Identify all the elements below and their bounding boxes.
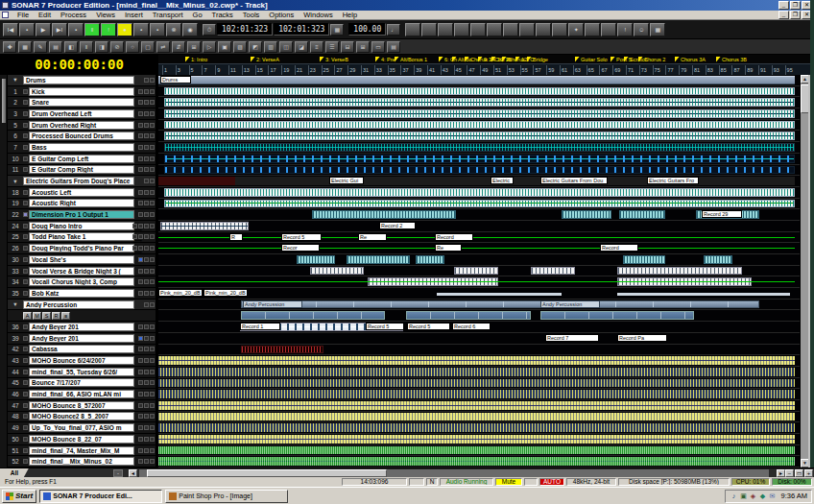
track-row[interactable]: 11E Guitar Comp Right	[8, 165, 156, 177]
mute-button[interactable]	[138, 145, 143, 150]
toolbar-button[interactable]	[585, 23, 600, 36]
clip-row[interactable]: Record 7Record Pa	[158, 333, 800, 345]
audio-clip[interactable]	[158, 446, 795, 455]
marker[interactable]: Chorus 3A	[675, 56, 706, 62]
transport-button[interactable]: ⊗	[166, 23, 181, 36]
mute-button[interactable]	[138, 336, 143, 341]
menu-help[interactable]: Help	[338, 11, 362, 20]
clip-row[interactable]	[158, 154, 800, 165]
fx-icon[interactable]: ≡	[132, 224, 137, 228]
folder-menu-icon[interactable]	[150, 78, 155, 83]
mute-button[interactable]	[138, 167, 143, 172]
clip-label[interactable]: Re	[435, 244, 462, 252]
track-row[interactable]: 22Dimension Pro 1 Output 1	[8, 209, 156, 221]
track-row[interactable]: 7Bass	[8, 142, 156, 154]
audio-clip[interactable]	[158, 368, 795, 376]
track-name[interactable]: mind_final_66, ASIO mLAN mi	[29, 390, 134, 398]
transport-button[interactable]: ▶I	[52, 23, 67, 36]
marker-strip[interactable]: 1: Intro2: VerseA3: VerseB4: PreAlt/Bonu…	[158, 55, 814, 63]
restore-icon[interactable]: ❐	[790, 11, 801, 19]
audio-clip[interactable]	[540, 311, 694, 320]
track-row[interactable]: 47MOHO Bounce 8_572007	[8, 400, 156, 412]
zoom-out-button[interactable]: −	[785, 469, 794, 477]
mute-button[interactable]	[138, 392, 143, 396]
audio-clip[interactable]	[310, 267, 364, 276]
audio-clip[interactable]	[164, 155, 795, 163]
track-row[interactable]: 36Andy Beyer 201	[8, 322, 156, 333]
track-row[interactable]: 18Acoustic Left	[8, 187, 156, 199]
menu-file[interactable]: File	[12, 11, 34, 20]
track-row[interactable]: 3Drum Overhead Left	[8, 108, 156, 120]
menu-tools[interactable]: Tools	[238, 11, 265, 20]
track-name[interactable]: mind_final_55, Tuesday 6/26/	[29, 368, 134, 376]
record-arm-button[interactable]	[150, 279, 155, 284]
strip-button-a[interactable]: A	[23, 312, 32, 320]
track-row[interactable]: 48MOHO Bounce2 8_5_2007	[8, 412, 156, 423]
audio-clip[interactable]	[160, 222, 249, 230]
solo-button[interactable]	[144, 425, 149, 430]
tool-button[interactable]: ◫	[279, 41, 293, 53]
audio-clip[interactable]	[164, 87, 795, 96]
menu-insert[interactable]: Insert	[120, 11, 148, 20]
audio-clip[interactable]	[297, 255, 335, 264]
solo-button[interactable]	[144, 257, 149, 262]
clip-row[interactable]	[158, 434, 800, 445]
clip-row[interactable]	[158, 254, 800, 266]
minimize-icon[interactable]: _	[778, 11, 789, 19]
solo-button[interactable]	[144, 234, 149, 239]
tempo-button[interactable]: ♩	[387, 24, 400, 36]
record-arm-button[interactable]	[150, 156, 155, 161]
marker[interactable]: 4: Pre	[375, 56, 395, 62]
tray-msn-icon[interactable]: ✉	[768, 492, 776, 500]
clip-row[interactable]	[158, 120, 800, 132]
clip-label[interactable]: Record 1	[240, 323, 280, 330]
solo-button[interactable]	[144, 156, 149, 161]
mute-button[interactable]	[138, 324, 143, 329]
time-mode-button[interactable]: ⏱	[203, 24, 216, 36]
audio-clip[interactable]	[416, 255, 444, 264]
track-row[interactable]: 30Vocal She's	[8, 254, 156, 266]
solo-button[interactable]	[144, 224, 149, 228]
solo-button[interactable]	[144, 336, 149, 341]
mute-button[interactable]	[138, 234, 143, 239]
mute-button[interactable]	[138, 201, 143, 205]
menu-transport[interactable]: Transport	[148, 11, 188, 20]
tray-volume-icon[interactable]: ♪	[730, 492, 737, 500]
record-arm-button[interactable]	[150, 448, 155, 453]
fx-icon[interactable]: ≡	[132, 246, 137, 251]
audio-clip[interactable]	[531, 267, 575, 276]
audio-clip[interactable]	[158, 401, 795, 410]
mute-button[interactable]	[138, 100, 143, 105]
transport-button[interactable]: I◀	[3, 23, 18, 36]
track-name[interactable]: Doug Playing Todd's Piano Par	[29, 244, 134, 252]
solo-button[interactable]	[144, 437, 149, 442]
transport-button[interactable]: ▪	[133, 23, 149, 36]
marker[interactable]: 1: Intro	[185, 56, 207, 62]
clip-row[interactable]	[158, 142, 800, 154]
record-arm-button[interactable]	[150, 414, 155, 419]
tool-button[interactable]: ⇵	[172, 41, 185, 53]
clip-label[interactable]: Electric Guitars Fro	[647, 177, 699, 184]
tool-button[interactable]: ☰	[325, 41, 339, 53]
track-name[interactable]: Acoustic Right	[29, 199, 134, 207]
mute-button[interactable]	[138, 370, 143, 374]
audio-clip[interactable]	[158, 457, 795, 466]
solo-button[interactable]	[144, 380, 149, 385]
track-row[interactable]: 6Processed Bounced Drums	[8, 131, 156, 142]
track-row[interactable]: 5Drum Overhead Right	[8, 120, 156, 132]
folder-menu-icon[interactable]	[150, 302, 155, 307]
clip-row[interactable]	[158, 131, 800, 142]
tool-button[interactable]: ⊟	[341, 41, 354, 53]
record-arm-button[interactable]	[150, 459, 155, 464]
clip-row[interactable]	[158, 456, 800, 468]
mute-button[interactable]	[138, 459, 143, 464]
folder-bar[interactable]	[241, 300, 759, 309]
track-name[interactable]: MOHO Bounce2 8_5_2007	[29, 412, 134, 420]
transport-button[interactable]: ▪	[150, 23, 165, 36]
solo-button[interactable]	[144, 358, 149, 363]
mute-button[interactable]	[138, 380, 143, 385]
solo-button[interactable]	[144, 100, 149, 105]
tray-network-icon[interactable]: ◈	[749, 492, 756, 500]
folder-bar-label[interactable]: Andy Percussion	[540, 300, 600, 308]
transport-button[interactable]: ▶	[36, 23, 51, 36]
